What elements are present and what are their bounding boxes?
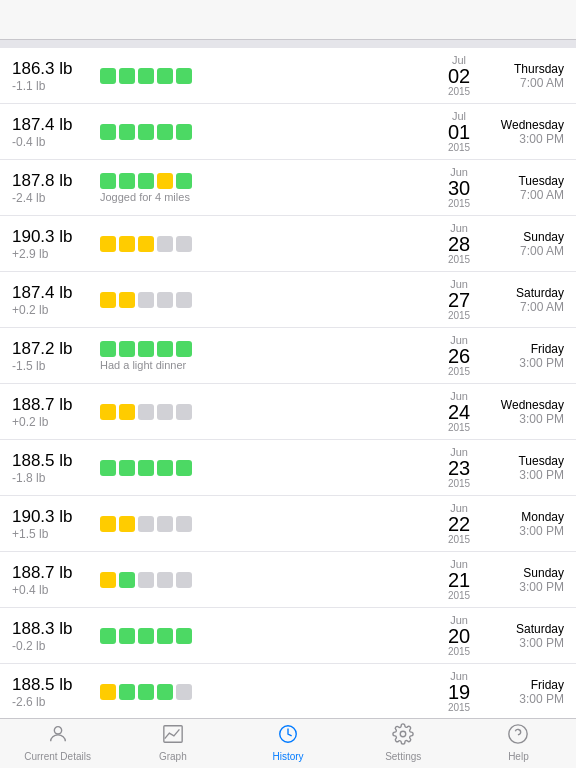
date-year: 2015 xyxy=(434,590,484,601)
bar-square xyxy=(157,292,173,308)
bar-square xyxy=(157,173,173,189)
bar-square xyxy=(138,404,154,420)
bar-square xyxy=(100,236,116,252)
date-year: 2015 xyxy=(434,422,484,433)
day-name: Monday xyxy=(484,510,564,524)
date-col: Jul 01 2015 xyxy=(434,110,484,153)
time-str: 7:00 AM xyxy=(484,76,564,90)
day-time-col: Thursday 7:00 AM xyxy=(484,62,564,90)
tab-settings[interactable]: Settings xyxy=(346,723,461,762)
bar-square xyxy=(138,684,154,700)
current-details-icon xyxy=(47,723,69,749)
table-row[interactable]: 190.3 lb+2.9 lbJun 28 2015Sunday 7:00 AM xyxy=(0,216,576,272)
bar-square xyxy=(100,460,116,476)
tab-label: Help xyxy=(508,751,529,762)
bar-square xyxy=(100,124,116,140)
table-row[interactable]: 190.3 lb+1.5 lbJun 22 2015Monday 3:00 PM xyxy=(0,496,576,552)
bar-square xyxy=(100,572,116,588)
date-year: 2015 xyxy=(434,646,484,657)
bar-col: Jogged for 4 miles xyxy=(92,173,434,203)
day-name: Wednesday xyxy=(484,118,564,132)
weight-col: 188.3 lb-0.2 lb xyxy=(12,619,92,653)
tab-graph[interactable]: Graph xyxy=(115,723,230,762)
table-row[interactable]: 187.4 lb-0.4 lbJul 01 2015Wednesday 3:00… xyxy=(0,104,576,160)
history-list[interactable]: 186.3 lb-1.1 lbJul 02 2015Thursday 7:00 … xyxy=(0,48,576,718)
weight-value: 188.7 lb xyxy=(12,395,92,415)
weight-col: 190.3 lb+2.9 lb xyxy=(12,227,92,261)
tab-help[interactable]: Help xyxy=(461,723,576,762)
bar-square xyxy=(119,124,135,140)
date-col: Jul 02 2015 xyxy=(434,54,484,97)
day-name: Sunday xyxy=(484,230,564,244)
bar-squares xyxy=(100,124,192,140)
bar-squares xyxy=(100,628,192,644)
bar-square xyxy=(119,404,135,420)
time-str: 3:00 PM xyxy=(484,636,564,650)
bar-square xyxy=(176,404,192,420)
weight-value: 186.3 lb xyxy=(12,59,92,79)
day-time-col: Sunday 7:00 AM xyxy=(484,230,564,258)
tab-current-details[interactable]: Current Details xyxy=(0,723,115,762)
bar-square xyxy=(157,516,173,532)
table-row[interactable]: 186.3 lb-1.1 lbJul 02 2015Thursday 7:00 … xyxy=(0,48,576,104)
time-str: 7:00 AM xyxy=(484,188,564,202)
day-time-col: Wednesday 3:00 PM xyxy=(484,398,564,426)
date-year: 2015 xyxy=(434,534,484,545)
bar-square xyxy=(100,173,116,189)
table-row[interactable]: 188.7 lb+0.2 lbJun 24 2015Wednesday 3:00… xyxy=(0,384,576,440)
bar-square xyxy=(157,124,173,140)
date-year: 2015 xyxy=(434,254,484,265)
bar-col xyxy=(92,460,434,476)
bar-square xyxy=(176,341,192,357)
day-name: Saturday xyxy=(484,622,564,636)
table-row[interactable]: 188.7 lb+0.4 lbJun 21 2015Sunday 3:00 PM xyxy=(0,552,576,608)
bar-square xyxy=(138,292,154,308)
table-row[interactable]: 187.2 lb-1.5 lbHad a light dinnerJun 26 … xyxy=(0,328,576,384)
bar-col xyxy=(92,628,434,644)
table-row[interactable]: 188.5 lb-2.6 lbJun 19 2015Friday 3:00 PM xyxy=(0,664,576,718)
day-name: Thursday xyxy=(484,62,564,76)
bar-squares xyxy=(100,516,192,532)
time-str: 7:00 AM xyxy=(484,244,564,258)
svg-point-4 xyxy=(509,725,527,743)
day-name: Tuesday xyxy=(484,454,564,468)
bar-square xyxy=(138,628,154,644)
tab-history[interactable]: History xyxy=(230,723,345,762)
history-icon xyxy=(277,723,299,749)
bar-square xyxy=(119,684,135,700)
weight-delta: +0.2 lb xyxy=(12,415,92,429)
bar-square xyxy=(176,572,192,588)
date-day: 26 xyxy=(434,346,484,366)
date-col: Jun 26 2015 xyxy=(434,334,484,377)
bar-square xyxy=(119,572,135,588)
table-row[interactable]: 188.5 lb-1.8 lbJun 23 2015Tuesday 3:00 P… xyxy=(0,440,576,496)
weight-col: 187.2 lb-1.5 lb xyxy=(12,339,92,373)
time-str: 3:00 PM xyxy=(484,132,564,146)
weight-value: 187.8 lb xyxy=(12,171,92,191)
svg-point-0 xyxy=(54,727,61,734)
day-time-col: Friday 3:00 PM xyxy=(484,678,564,706)
weight-col: 188.5 lb-2.6 lb xyxy=(12,675,92,709)
bar-square xyxy=(176,124,192,140)
bar-square xyxy=(176,460,192,476)
date-col: Jun 28 2015 xyxy=(434,222,484,265)
date-year: 2015 xyxy=(434,198,484,209)
day-name: Saturday xyxy=(484,286,564,300)
time-str: 3:00 PM xyxy=(484,412,564,426)
bar-col xyxy=(92,572,434,588)
day-time-col: Wednesday 3:00 PM xyxy=(484,118,564,146)
bar-square xyxy=(157,236,173,252)
table-row[interactable]: 187.8 lb-2.4 lbJogged for 4 milesJun 30 … xyxy=(0,160,576,216)
table-row[interactable]: 187.4 lb+0.2 lbJun 27 2015Saturday 7:00 … xyxy=(0,272,576,328)
bar-col xyxy=(92,684,434,700)
weight-col: 188.5 lb-1.8 lb xyxy=(12,451,92,485)
day-time-col: Tuesday 7:00 AM xyxy=(484,174,564,202)
time-str: 7:00 AM xyxy=(484,300,564,314)
table-row[interactable]: 188.3 lb-0.2 lbJun 20 2015Saturday 3:00 … xyxy=(0,608,576,664)
weight-value: 190.3 lb xyxy=(12,507,92,527)
date-col: Jun 27 2015 xyxy=(434,278,484,321)
day-time-col: Friday 3:00 PM xyxy=(484,342,564,370)
bar-square xyxy=(157,341,173,357)
date-col: Jun 20 2015 xyxy=(434,614,484,657)
tab-label: Graph xyxy=(159,751,187,762)
